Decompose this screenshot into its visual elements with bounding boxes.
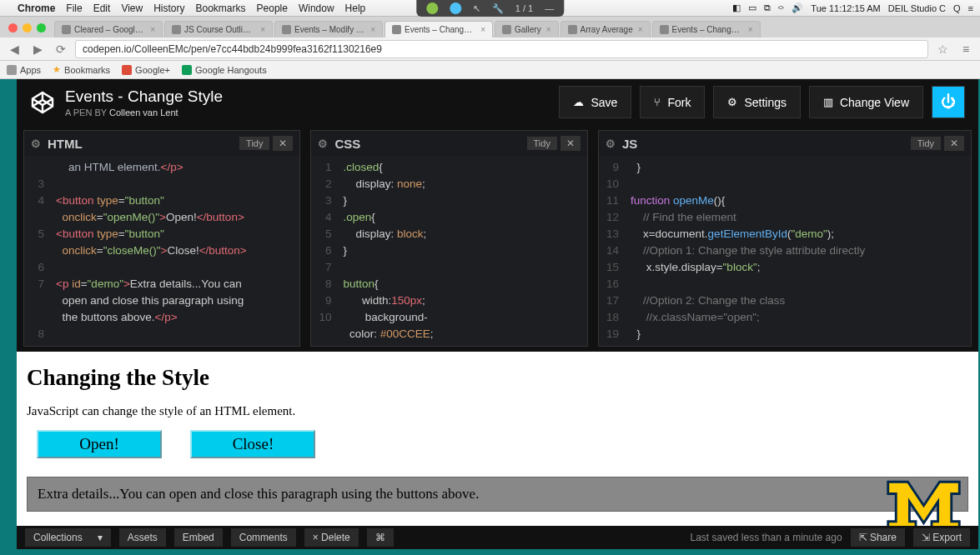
html-panel: ⚙ HTML Tidy ✕ an HTML element.</p> 3 4<b… bbox=[23, 130, 300, 347]
cursor-icon[interactable]: ↖ bbox=[473, 3, 480, 14]
assets-button[interactable]: Assets bbox=[119, 528, 166, 547]
editor-row: ⚙ HTML Tidy ✕ an HTML element.</p> 3 4<b… bbox=[17, 125, 978, 352]
pager: 1 / 1 bbox=[515, 3, 533, 13]
menu-edit[interactable]: Edit bbox=[93, 2, 111, 14]
tab-close-icon[interactable]: × bbox=[150, 25, 155, 34]
browser-tab-active[interactable]: Events – Change Style× bbox=[384, 21, 493, 38]
preview-heading: Changing the Style bbox=[27, 365, 968, 391]
tab-close-icon[interactable]: × bbox=[480, 25, 485, 34]
js-panel: ⚙ JS Tidy ✕ 9 } 10 11function openMe(){ … bbox=[598, 130, 972, 347]
codepen-app: Events - Change Style A PEN BY Colleen v… bbox=[17, 79, 978, 549]
tidy-button[interactable]: Tidy bbox=[239, 137, 269, 150]
close-window-icon[interactable] bbox=[8, 23, 18, 32]
menu-window[interactable]: Window bbox=[299, 2, 334, 14]
apps-button[interactable]: Apps bbox=[7, 65, 41, 75]
gear-icon[interactable]: ⚙ bbox=[606, 138, 616, 150]
clock[interactable]: Tue 11:12:15 AM bbox=[811, 3, 880, 13]
bookmark-star-icon[interactable]: ☆ bbox=[933, 41, 952, 58]
close-button[interactable]: Close! bbox=[190, 430, 315, 458]
panel-close-button[interactable]: ✕ bbox=[273, 136, 293, 151]
browser-tab[interactable]: Events – Modify The DOM× bbox=[274, 21, 383, 38]
menu-file[interactable]: File bbox=[66, 2, 82, 14]
html-editor[interactable]: an HTML element.</p> 3 4<button type="bu… bbox=[24, 156, 299, 346]
fork-button[interactable]: ⑂Fork bbox=[640, 86, 705, 118]
open-button[interactable]: Open! bbox=[37, 430, 162, 458]
browser-tab[interactable]: JS Course Outline – Goog× bbox=[164, 21, 273, 38]
browser-tab[interactable]: Array Average× bbox=[560, 21, 651, 38]
notification-icon[interactable]: ≡ bbox=[968, 3, 973, 13]
minimize-icon[interactable]: — bbox=[545, 3, 554, 13]
volume-icon[interactable]: 🔊 bbox=[792, 2, 803, 13]
cloud-icon: ☁ bbox=[573, 96, 584, 108]
browser-tab[interactable]: Events – Change Style× bbox=[652, 21, 761, 38]
hammer-icon[interactable]: 🔧 bbox=[492, 3, 504, 14]
panel-close-button[interactable]: ✕ bbox=[944, 136, 964, 151]
browser-tab[interactable]: Gallery× bbox=[495, 21, 559, 38]
gear-icon[interactable]: ⚙ bbox=[318, 138, 328, 150]
bookmark-item[interactable]: Google Hangouts bbox=[182, 65, 267, 75]
collections-button[interactable]: Collections▾ bbox=[25, 528, 111, 547]
menu-people[interactable]: People bbox=[257, 2, 288, 14]
menu-help[interactable]: Help bbox=[345, 2, 366, 14]
favicon-icon bbox=[502, 25, 511, 34]
screen-annotate-toolbar[interactable]: ↖ 🔧 1 / 1 — bbox=[416, 0, 564, 17]
menu-history[interactable]: History bbox=[153, 2, 184, 14]
favicon-icon bbox=[172, 25, 181, 34]
preview-pane: Changing the Style JavaScript can change… bbox=[17, 352, 978, 526]
fork-icon: ⑂ bbox=[654, 96, 661, 108]
power-button[interactable]: ⏻ bbox=[932, 86, 965, 118]
export-button[interactable]: ⇲ Export bbox=[913, 528, 970, 547]
codepen-logo-icon[interactable] bbox=[30, 90, 55, 115]
window-controls[interactable] bbox=[3, 23, 54, 38]
screen-icon: ▭ bbox=[748, 2, 756, 13]
bookmarks-bar: Apps ★Bookmarks Google+ Google Hangouts bbox=[0, 61, 980, 79]
embed-button[interactable]: Embed bbox=[174, 528, 223, 547]
menu-view[interactable]: View bbox=[121, 2, 143, 14]
browser-tab[interactable]: Cleared – Google Drive× bbox=[54, 21, 163, 38]
settings-button[interactable]: ⚙Settings bbox=[713, 86, 801, 118]
delete-button[interactable]: × Delete bbox=[304, 528, 359, 547]
tab-close-icon[interactable]: × bbox=[638, 25, 643, 34]
bookmark-item[interactable]: ★Bookmarks bbox=[53, 64, 110, 75]
gear-icon[interactable]: ⚙ bbox=[31, 138, 41, 150]
codepen-footer: Collections▾ Assets Embed Comments × Del… bbox=[17, 526, 978, 549]
panel-title: CSS bbox=[334, 137, 360, 151]
menu-bookmarks[interactable]: Bookmarks bbox=[196, 2, 246, 14]
pen-title[interactable]: Events - Change Style bbox=[65, 88, 223, 106]
chrome-menu-icon[interactable]: ≡ bbox=[957, 41, 975, 58]
back-button[interactable]: ◀ bbox=[5, 41, 23, 58]
address-input[interactable] bbox=[75, 40, 928, 58]
forward-button[interactable]: ▶ bbox=[28, 41, 47, 58]
tidy-button[interactable]: Tidy bbox=[911, 137, 941, 150]
brush-green-icon[interactable] bbox=[426, 2, 438, 14]
css-panel: ⚙ CSS Tidy ✕ 1.closed{ 2 display: none; … bbox=[310, 130, 587, 347]
app-name[interactable]: Chrome bbox=[18, 2, 55, 14]
tab-close-icon[interactable]: × bbox=[546, 25, 551, 34]
zoom-window-icon[interactable] bbox=[37, 23, 46, 32]
codepen-header: Events - Change Style A PEN BY Colleen v… bbox=[17, 79, 978, 125]
brush-blue-icon[interactable] bbox=[450, 2, 461, 14]
user-label[interactable]: DEIL Studio C bbox=[888, 3, 946, 13]
keyboard-button[interactable]: ⌘ bbox=[367, 528, 394, 547]
tab-close-icon[interactable]: × bbox=[260, 25, 265, 34]
js-editor[interactable]: 9 } 10 11function openMe(){ 12 // Find t… bbox=[599, 156, 971, 346]
dropbox-icon[interactable]: ⧉ bbox=[764, 2, 771, 13]
tab-close-icon[interactable]: × bbox=[748, 25, 753, 34]
layout-icon: ▥ bbox=[823, 96, 833, 108]
share-button[interactable]: ⇱ Share bbox=[851, 528, 905, 547]
comments-button[interactable]: Comments bbox=[231, 528, 296, 547]
tidy-button[interactable]: Tidy bbox=[527, 137, 557, 150]
change-view-button[interactable]: ▥Change View bbox=[809, 86, 923, 118]
minimize-window-icon[interactable] bbox=[23, 23, 32, 32]
browser-tabstrip: Cleared – Google Drive× JS Course Outlin… bbox=[0, 17, 980, 38]
bookmark-item[interactable]: Google+ bbox=[122, 65, 170, 75]
spotlight-icon[interactable]: Q bbox=[953, 3, 961, 13]
js-panel-header: ⚙ JS Tidy ✕ bbox=[599, 131, 971, 156]
css-editor[interactable]: 1.closed{ 2 display: none; 3} 4.open{ 5 … bbox=[311, 156, 586, 346]
wifi-icon[interactable]: ⌔ bbox=[778, 3, 784, 13]
power-icon: ⏻ bbox=[941, 93, 956, 111]
save-button[interactable]: ☁Save bbox=[559, 86, 631, 118]
tab-close-icon[interactable]: × bbox=[370, 25, 375, 34]
panel-close-button[interactable]: ✕ bbox=[560, 136, 580, 151]
reload-button[interactable]: ⟳ bbox=[52, 41, 70, 58]
